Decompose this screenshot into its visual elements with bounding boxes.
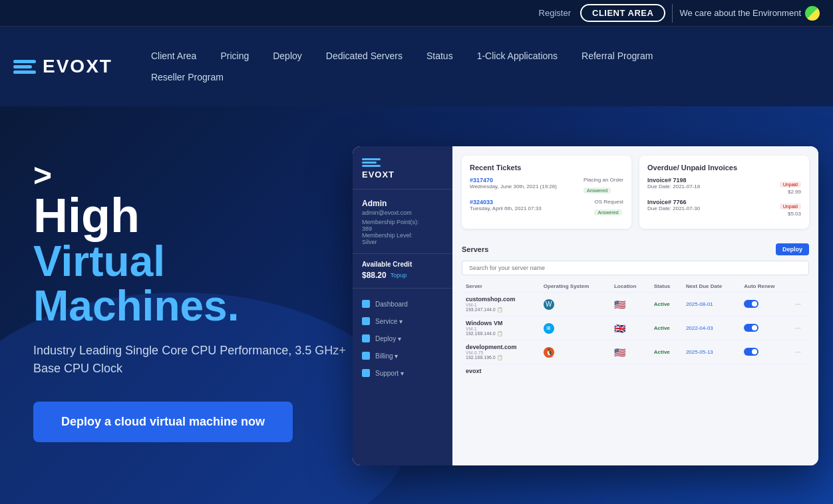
dashboard-icon (362, 300, 370, 308)
flag-gb-2: 🇬🇧 (614, 323, 627, 332)
logo-waves (13, 60, 36, 74)
td-more-1[interactable]: ··· (791, 293, 809, 316)
nav-link-reseller[interactable]: Reseller Program (139, 66, 236, 88)
nav-link-one-click[interactable]: 1-Click Applications (465, 45, 570, 66)
dash-servers-table: Server Operating System Location Status … (462, 281, 809, 378)
td-toggle-1[interactable] (740, 293, 791, 316)
td-flag-3: 🇺🇸 (610, 340, 650, 364)
dash-servers-section: Servers Deploy Server Operating System L… (452, 238, 818, 465)
hero-vm-line2: Machines. (33, 284, 353, 328)
env-text: We care about the Environment (679, 6, 820, 21)
nav-link-client-area[interactable]: Client Area (139, 45, 208, 66)
dash-ticket-badge-1: Answered (583, 188, 611, 193)
env-label: We care about the Environment (679, 8, 801, 18)
dash-invoice-row-2: Invoice# 7766 Due Date: 2021-07-30 Unpai… (647, 199, 801, 217)
td-due-4 (682, 364, 740, 378)
dash-invoice-due-1: Due Date: 2021-07-18 (647, 184, 700, 189)
hero-right: EVOXT Admin admin@evoxt.com Membership P… (353, 146, 818, 465)
nav-link-dedicated-servers[interactable]: Dedicated Servers (314, 45, 415, 66)
dash-invoice-id-2: Invoice# 7766 (647, 199, 700, 205)
td-more-3[interactable]: ··· (791, 340, 809, 364)
logo-wave-3 (13, 70, 36, 74)
td-flag-2: 🇬🇧 (610, 316, 650, 340)
td-status-4 (650, 364, 682, 378)
td-more-2[interactable]: ··· (791, 316, 809, 340)
flag-us-3: 🇺🇸 (614, 347, 627, 356)
more-dots-1[interactable]: ··· (795, 301, 800, 308)
td-server-4: evoxt (462, 364, 540, 378)
dash-nav-dashboard[interactable]: Dashboard (353, 295, 452, 313)
hero-deploy-button[interactable]: Deploy a cloud virtual machine now (33, 402, 293, 442)
dash-invoices-card: Overdue/ Unpaid Invoices Invoice# 7198 D… (639, 156, 809, 229)
dash-ticket-id-1: #317470 (470, 177, 557, 184)
dash-user-level: Membership Level: Silver (362, 232, 443, 245)
td-server-1: customshop.com VM-1 193.247.144.0 📋 (462, 293, 540, 316)
dash-invoice-id-1: Invoice# 7198 (647, 177, 700, 184)
td-due-3: 2025-05-13 (682, 340, 740, 364)
th-autorenew: Auto Renew (740, 281, 791, 293)
dash-server-search[interactable] (462, 261, 809, 275)
dash-logo-area: EVOXT (353, 158, 452, 189)
dash-topup-link[interactable]: Topup (391, 272, 407, 279)
dash-credit-row: $88.20 Topup (362, 271, 443, 280)
dash-invoice-amount-2: $5.03 (780, 211, 801, 217)
divider (672, 4, 673, 23)
hero-left: > High Virtual Machines. Industry Leadin… (33, 146, 353, 442)
dash-logo-wave-3 (362, 165, 381, 167)
dash-ticket-row-2: #324033 Tuesday, April 6th, 2021 07:33 O… (470, 199, 623, 217)
dash-ticket-badge-2: Answered (594, 209, 621, 215)
th-os: Operating System (540, 281, 610, 293)
th-actions (791, 281, 809, 293)
dash-ticket-row-1: #317470 Wednesday, June 30th, 2021 (19:2… (470, 177, 623, 195)
table-row: customshop.com VM-1 193.247.144.0 📋 W 🇺🇸… (462, 293, 809, 316)
dashboard-mockup: EVOXT Admin admin@evoxt.com Membership P… (353, 146, 818, 465)
dash-nav-support[interactable]: Support ▾ (353, 364, 452, 382)
hero-high: High (33, 191, 353, 239)
autorenew-toggle-2[interactable] (744, 324, 758, 332)
td-os-2: ⊞ (540, 316, 610, 340)
dash-nav-service[interactable]: Service ▾ (353, 313, 452, 330)
nav-link-pricing[interactable]: Pricing (208, 45, 261, 66)
th-location: Location (610, 281, 650, 293)
dash-nav-billing[interactable]: Billing ▾ (353, 347, 452, 364)
dash-invoices-title: Overdue/ Unpaid Invoices (647, 164, 801, 172)
dash-invoice-due-2: Due Date: 2021-07-30 (647, 205, 700, 211)
dash-credit-amount: $88.20 (362, 271, 387, 280)
autorenew-toggle-3[interactable] (744, 348, 758, 356)
dash-invoice-status-2: Unpaid (780, 203, 801, 209)
dash-user-points: Membership Point(s): 389 (362, 219, 443, 232)
dash-ticket-id-2: #324033 (470, 199, 542, 205)
td-toggle-3[interactable] (740, 340, 791, 364)
table-row: evoxt (462, 364, 809, 378)
service-icon (362, 317, 370, 325)
dash-ticket-subject-1: Placing an Order (583, 177, 623, 183)
nav-link-status[interactable]: Status (415, 45, 465, 66)
td-server-2: Windows VM VM-1 192.168.144.0 📋 (462, 316, 540, 340)
dash-servers-title: Servers (462, 245, 488, 253)
td-toggle-2[interactable] (740, 316, 791, 340)
more-dots-3[interactable]: ··· (795, 348, 800, 356)
nav-link-deploy[interactable]: Deploy (261, 45, 314, 66)
client-area-button[interactable]: CLIENT AREA (580, 4, 665, 22)
td-flag-4 (610, 364, 650, 378)
os-wp-icon: W (544, 299, 554, 310)
hero-angle: > (33, 160, 353, 191)
th-status: Status (650, 281, 682, 293)
dash-ticket-date-2: Tuesday, April 6th, 2021 07:33 (470, 205, 542, 211)
dash-deploy-button[interactable]: Deploy (776, 243, 809, 255)
nav-links-row1: Client Area Pricing Deploy Dedicated Ser… (139, 39, 820, 66)
dash-logo-wave-2 (362, 162, 377, 164)
more-dots-2[interactable]: ··· (795, 324, 800, 332)
td-server-3: development.com VM-0.75 192.168.196.0 📋 (462, 340, 540, 364)
td-status-1: Active (650, 293, 682, 316)
td-due-1: 2025-08-01 (682, 293, 740, 316)
table-row: development.com VM-0.75 192.168.196.0 📋 … (462, 340, 809, 364)
register-link[interactable]: Register (539, 8, 571, 18)
dash-ticket-subject-2: OS Request (594, 199, 623, 205)
hero-vm-line1: Virtual (33, 239, 353, 284)
dash-nav-deploy[interactable]: Deploy ▾ (353, 330, 452, 347)
nav-link-referral[interactable]: Referral Program (570, 45, 665, 66)
td-due-2: 2022-04-03 (682, 316, 740, 340)
dash-credit: Available Credit $88.20 Topup (353, 261, 452, 289)
autorenew-toggle-1[interactable] (744, 300, 758, 308)
